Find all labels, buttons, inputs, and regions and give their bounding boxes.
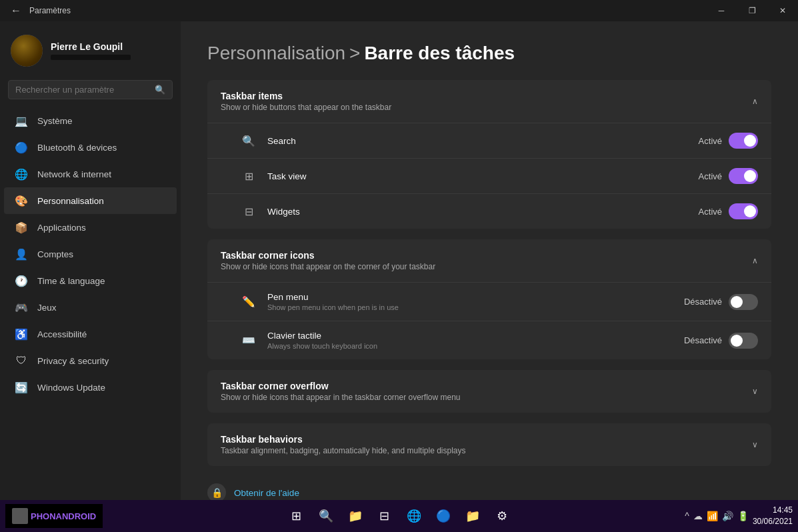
help-link-help[interactable]: 🔒 Obtenir de l'aide bbox=[207, 477, 771, 500]
time-label: Time & language bbox=[37, 276, 105, 286]
sidebar-item-bluetooth[interactable]: 🔵Bluetooth & devices bbox=[4, 134, 177, 161]
user-section: Pierre Le Goupil bbox=[0, 27, 181, 77]
setting-row-pen_menu: ✏️ Pen menu Show pen menu icon when pen … bbox=[207, 283, 771, 321]
section-header-taskbar_items[interactable]: Taskbar items Show or hide buttons that … bbox=[207, 80, 771, 123]
sidebar-item-accessibilite[interactable]: ♿Accessibilité bbox=[4, 321, 177, 347]
logo-text: PHONANDROID bbox=[31, 511, 96, 521]
systeme-label: Système bbox=[37, 116, 73, 126]
search-input[interactable] bbox=[15, 85, 149, 95]
toggle-widgets[interactable] bbox=[729, 203, 758, 219]
setting-right-pen_menu: Désactivé bbox=[684, 294, 758, 310]
user-info: Pierre Le Goupil bbox=[51, 41, 131, 60]
setting-row-clavier_tactile: ⌨️ Clavier tactile Always show touch key… bbox=[207, 321, 771, 359]
sidebar-item-personnalisation[interactable]: 🎨Personnalisation bbox=[4, 187, 177, 214]
setting-name-pen_menu: Pen menu bbox=[267, 292, 676, 302]
setting-name-task_view: Task view bbox=[267, 171, 691, 181]
titlebar-left: ← Paramètres bbox=[8, 5, 71, 17]
privacy-icon: 🛡 bbox=[15, 354, 28, 367]
sidebar-item-network[interactable]: 🌐Network & internet bbox=[4, 161, 177, 187]
toggle-search[interactable] bbox=[729, 133, 758, 149]
taskbar-search-icon[interactable]: 🔍 bbox=[314, 504, 338, 528]
toggle-pen_menu[interactable] bbox=[729, 294, 758, 310]
avatar bbox=[11, 35, 43, 67]
sidebar-item-comptes[interactable]: 👤Comptes bbox=[4, 241, 177, 267]
taskbar-edge-icon[interactable]: 🌐 bbox=[402, 504, 426, 528]
section-info-taskbar_corner_overflow: Taskbar corner overflow Show or hide ico… bbox=[221, 381, 461, 402]
page-title: Barre des tâches bbox=[364, 43, 515, 64]
section-title-taskbar_items: Taskbar items bbox=[221, 91, 391, 101]
breadcrumb-separator: > bbox=[349, 43, 360, 64]
bluetooth-icon: 🔵 bbox=[15, 141, 28, 154]
tray-battery-icon[interactable]: 🔋 bbox=[737, 511, 749, 521]
tray-cloud-icon[interactable]: ☁ bbox=[693, 511, 703, 521]
chevron-taskbar_corner_overflow-icon: ∨ bbox=[752, 387, 758, 396]
section-info-taskbar_items: Taskbar items Show or hide buttons that … bbox=[221, 91, 391, 112]
tray-wifi-icon[interactable]: 📶 bbox=[707, 511, 718, 521]
widgets-setting-icon: ⊟ bbox=[241, 203, 257, 219]
search-setting-icon: 🔍 bbox=[241, 133, 257, 149]
tray-volume-icon[interactable]: 🔊 bbox=[722, 511, 733, 521]
personnalisation-icon: 🎨 bbox=[15, 194, 28, 207]
titlebar-controls: ─ ❐ ✕ bbox=[706, 0, 798, 21]
back-button[interactable]: ← bbox=[8, 5, 24, 17]
setting-status-pen_menu: Désactivé bbox=[684, 297, 722, 307]
setting-desc-clavier_tactile: Always show touch keyboard icon bbox=[267, 342, 676, 350]
taskbar-folder-icon[interactable]: 📁 bbox=[461, 504, 485, 528]
setting-right-search: Activé bbox=[699, 133, 758, 149]
section-header-taskbar_behaviors[interactable]: Taskbar behaviors Taskbar alignment, bad… bbox=[207, 423, 771, 466]
taskbar-settings-app-icon[interactable]: ⚙ bbox=[490, 504, 514, 528]
section-body-taskbar_items: 🔍 Search Activé ⊞ Task view bbox=[207, 123, 771, 229]
tray-show-hidden-icon[interactable]: ^ bbox=[685, 511, 689, 521]
network-label: Network & internet bbox=[37, 169, 111, 179]
section-taskbar_behaviors: Taskbar behaviors Taskbar alignment, bad… bbox=[207, 423, 771, 466]
restore-button[interactable]: ❐ bbox=[737, 0, 767, 21]
comptes-icon: 👤 bbox=[15, 247, 28, 261]
minimize-button[interactable]: ─ bbox=[706, 0, 737, 21]
sidebar: Pierre Le Goupil 🔍 💻Système🔵Bluetooth & … bbox=[0, 21, 181, 500]
toggle-thumb-pen_menu bbox=[731, 296, 743, 308]
taskbar-chrome-icon[interactable]: 🔵 bbox=[431, 504, 455, 528]
help-icon-help: 🔒 bbox=[207, 483, 226, 500]
logo-text-2: ANDROID bbox=[56, 511, 97, 521]
setting-name-clavier_tactile: Clavier tactile bbox=[267, 331, 676, 341]
accessibilite-label: Accessibilité bbox=[37, 329, 87, 339]
accessibilite-icon: ♿ bbox=[15, 327, 28, 341]
toggle-thumb-widgets bbox=[744, 205, 756, 217]
chevron-taskbar_items-icon: ∧ bbox=[752, 97, 758, 106]
windows_update-icon: 🔄 bbox=[15, 381, 28, 394]
close-button[interactable]: ✕ bbox=[767, 0, 798, 21]
breadcrumb-parent: Personnalisation bbox=[207, 43, 345, 64]
setting-name-widgets: Widgets bbox=[267, 207, 691, 217]
setting-info-task_view: Task view bbox=[267, 171, 691, 181]
clock-date: 30/06/2021 bbox=[753, 516, 793, 527]
section-info-taskbar_behaviors: Taskbar behaviors Taskbar alignment, bad… bbox=[221, 434, 466, 455]
toggle-thumb-task_view bbox=[744, 170, 756, 182]
titlebar: ← Paramètres ─ ❐ ✕ bbox=[0, 0, 798, 21]
sidebar-item-windows_update[interactable]: 🔄Windows Update bbox=[4, 374, 177, 401]
taskbar-widgets-icon[interactable]: ⊟ bbox=[373, 504, 397, 528]
search-icon: 🔍 bbox=[155, 85, 165, 95]
sidebar-item-time[interactable]: 🕐Time & language bbox=[4, 267, 177, 294]
section-subtitle-taskbar_corner_icons: Show or hide icons that appear on the co… bbox=[221, 262, 435, 271]
task_view-setting-icon: ⊞ bbox=[241, 168, 257, 184]
search-box[interactable]: 🔍 bbox=[8, 80, 173, 99]
section-taskbar_corner_overflow: Taskbar corner overflow Show or hide ico… bbox=[207, 370, 771, 413]
section-header-taskbar_corner_overflow[interactable]: Taskbar corner overflow Show or hide ico… bbox=[207, 370, 771, 413]
phonandroid-logo: PHONANDROID bbox=[5, 504, 103, 528]
section-header-taskbar_corner_icons[interactable]: Taskbar corner icons Show or hide icons … bbox=[207, 239, 771, 282]
taskbar-file-explorer-icon[interactable]: 📁 bbox=[343, 504, 367, 528]
app-container: Pierre Le Goupil 🔍 💻Système🔵Bluetooth & … bbox=[0, 21, 798, 500]
taskbar-right: ^☁📶🔊🔋 14:45 30/06/2021 bbox=[659, 505, 793, 527]
sidebar-item-jeux[interactable]: 🎮Jeux bbox=[4, 294, 177, 321]
section-title-taskbar_corner_overflow: Taskbar corner overflow bbox=[221, 381, 461, 391]
sidebar-item-privacy[interactable]: 🛡Privacy & security bbox=[4, 347, 177, 374]
toggle-task_view[interactable] bbox=[729, 168, 758, 184]
section-info-taskbar_corner_icons: Taskbar corner icons Show or hide icons … bbox=[221, 250, 435, 271]
section-title-taskbar_behaviors: Taskbar behaviors bbox=[221, 434, 466, 445]
setting-row-search: 🔍 Search Activé bbox=[207, 123, 771, 159]
applications-label: Applications bbox=[37, 223, 86, 233]
sidebar-item-applications[interactable]: 📦Applications bbox=[4, 214, 177, 241]
taskbar-start-icon[interactable]: ⊞ bbox=[285, 504, 309, 528]
sidebar-item-systeme[interactable]: 💻Système bbox=[4, 107, 177, 134]
toggle-clavier_tactile[interactable] bbox=[729, 333, 758, 349]
